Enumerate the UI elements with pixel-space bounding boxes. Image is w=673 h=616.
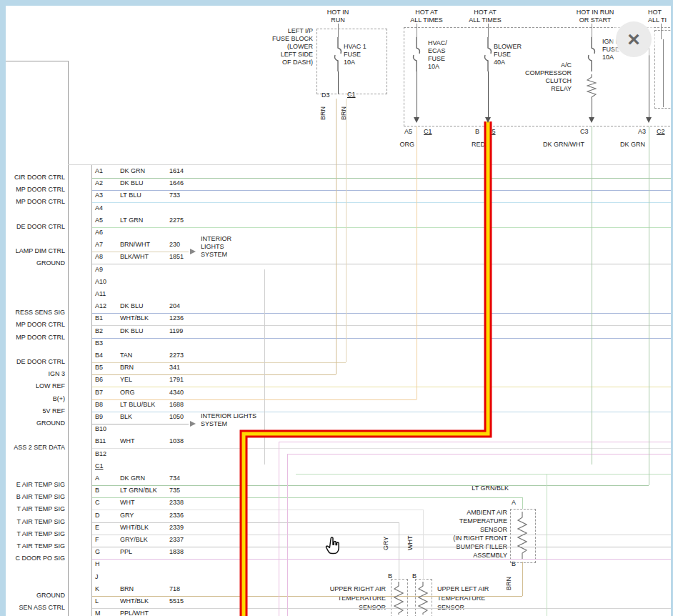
wire-brn-vertical-2[interactable] <box>346 99 347 362</box>
pin-row-b2: B2DK BLU1199 <box>95 327 183 335</box>
close-button[interactable]: × <box>616 21 652 57</box>
connector-top-line <box>68 164 671 165</box>
pin-row-a: ADK GRN734 <box>95 475 180 482</box>
pin-row-a1: A1DK GRN1614 <box>95 167 184 175</box>
wire-b2-horizontal[interactable] <box>92 338 671 339</box>
wire-b9-horizontal[interactable] <box>92 424 189 424</box>
module-label: T AIR TEMP SIG <box>6 530 65 538</box>
module-label: DE DOOR CTRL <box>6 223 65 231</box>
wire-ppl-horizontal-1[interactable] <box>279 442 671 442</box>
wire-f-horizontal[interactable] <box>92 547 671 547</box>
module-label: B(+) <box>6 395 65 403</box>
interior-lights-ref-b9: INTERIOR LIGHTS SYSTEM <box>201 412 256 428</box>
pin-row-b11: B11WHT1038 <box>95 437 184 445</box>
wiring-diagram-viewer: HOT IN RUN HOT AT ALL TIMES HOT AT ALL T… <box>0 0 673 616</box>
wire-c-horizontal[interactable] <box>92 510 423 510</box>
wire-color-brn-right: BRN <box>340 106 348 120</box>
wire-b8-horizontal[interactable] <box>92 412 671 412</box>
module-label: GROUND <box>6 592 65 600</box>
wire-dk-grn-wht-vertical[interactable] <box>592 126 592 465</box>
wire-b11-horizontal[interactable] <box>92 448 671 449</box>
pin-row-d: DGRY2336 <box>95 512 184 520</box>
wire-brn-vertical-1[interactable] <box>336 99 336 374</box>
viewer-frame-top <box>0 0 673 6</box>
wire-b6-horizontal[interactable] <box>92 387 671 387</box>
wire-b7-horizontal[interactable] <box>92 399 417 400</box>
fuse-icon <box>483 37 493 71</box>
wire-color-wht: WHT <box>407 536 414 551</box>
pin-row-a9: A9 <box>95 266 169 274</box>
power-header-hot-in-run-or-start: HOT IN RUN OR START <box>567 9 624 24</box>
wire-l-horizontal[interactable] <box>92 608 671 609</box>
pin-row-a3: A3LT BLU733 <box>95 192 180 199</box>
wire-a8-horizontal[interactable] <box>92 264 671 264</box>
pin-row-b4: B4TAN2273 <box>95 352 184 359</box>
wire-brn-sensor-drop[interactable] <box>522 562 523 596</box>
power-header-hot-in-run: HOT IN RUN <box>309 9 367 24</box>
module-label: MP DOOR CTRL <box>6 198 65 206</box>
arrow-down-icon <box>485 117 491 123</box>
wire-b4-horizontal[interactable] <box>92 362 346 363</box>
wire-b-horizontal[interactable] <box>92 497 522 498</box>
wire-g-horizontal[interactable] <box>92 559 671 560</box>
wire-a1-horizontal[interactable] <box>92 178 671 179</box>
wire-a-horizontal[interactable] <box>92 485 649 486</box>
wire-d-horizontal[interactable] <box>92 522 399 523</box>
pin-row-a12: A12DK BLU204 <box>95 302 180 310</box>
pin-row-g: GPPL1838 <box>95 548 184 556</box>
wire-lt-grn-vertical[interactable] <box>547 474 547 616</box>
pin-row-b3: B3 <box>95 339 169 347</box>
wire-b1-horizontal[interactable] <box>92 325 671 326</box>
pin-row-a7: A7BRN/WHT230 <box>95 241 180 249</box>
connector-face-line <box>91 164 92 616</box>
pin-row-b1: B1WHT/BLK1236 <box>95 314 184 322</box>
wire-b5-horizontal[interactable] <box>92 374 336 375</box>
wire-k-horizontal[interactable] <box>92 596 522 597</box>
pin-row-k: KBRN718 <box>95 585 180 593</box>
pin-row-c: CWHT2338 <box>95 499 184 507</box>
wire-color-brn-sensor: BRN <box>505 577 513 590</box>
close-icon: × <box>627 27 640 51</box>
pin-row-e: EWHT/BLK2339 <box>95 524 184 532</box>
wire-ppl-vertical-2[interactable] <box>287 454 288 616</box>
wire-color-dk-grn-wht: DK GRN/WHT <box>526 141 584 149</box>
wire-lt-grn-blk-drop[interactable] <box>522 497 523 509</box>
wire-a2-horizontal[interactable] <box>92 190 671 191</box>
wire-lt-grn-horizontal[interactable] <box>296 474 671 475</box>
wire-gry-vertical[interactable] <box>399 522 399 580</box>
wire-org-vertical[interactable] <box>417 126 417 399</box>
pin-row-b6: B6YEL1791 <box>95 376 184 384</box>
module-label: GROUND <box>6 259 65 267</box>
module-label: C DOOR PO SIG <box>6 555 65 562</box>
module-label: E AIR TEMP SIG <box>6 481 65 489</box>
wire-ppl-vertical-1[interactable] <box>279 442 279 616</box>
wire-e-horizontal[interactable] <box>92 535 671 535</box>
terminal-a5: A5 <box>404 128 412 136</box>
power-header-hot-at-all-times-1: HOT AT ALL TIMES <box>398 9 455 24</box>
terminal-b: B <box>475 128 479 136</box>
pin-row-a2: A2DK BLU1646 <box>95 179 184 187</box>
terminal-c3: C3 <box>580 128 589 136</box>
fuse-icon <box>333 37 343 71</box>
wire-a12-horizontal[interactable] <box>92 313 671 314</box>
pin-row-l: LWHT/BLK5515 <box>95 597 184 605</box>
module-label: B AIR TEMP SIG <box>6 493 65 501</box>
pin-row-a11: A11 <box>95 290 169 298</box>
wire-wht-vertical[interactable] <box>423 510 424 580</box>
module-outline-top <box>6 61 68 61</box>
module-label: MP DOOR CTRL <box>6 321 65 329</box>
module-label: T AIR TEMP SIG <box>6 505 65 513</box>
arrow-down-icon <box>414 117 419 123</box>
wire-a7-horizontal[interactable] <box>92 252 189 252</box>
wire-dk-grn-vertical[interactable] <box>649 126 649 485</box>
wire-ppl-horizontal-2[interactable] <box>287 454 671 454</box>
pin-row-a5: A5LT GRN2275 <box>95 217 184 224</box>
wire-a3-horizontal[interactable] <box>92 202 671 203</box>
resistor-icon <box>517 512 527 559</box>
pin-row-b9: B9BLK1050 <box>95 413 184 421</box>
wire-blkwht-vertical[interactable] <box>264 269 265 465</box>
wire-a5-horizontal[interactable] <box>92 227 671 228</box>
pin-row-h: H <box>95 560 169 568</box>
pin-row-b7: B7ORG4340 <box>95 389 184 397</box>
fuse-icon <box>412 37 422 71</box>
